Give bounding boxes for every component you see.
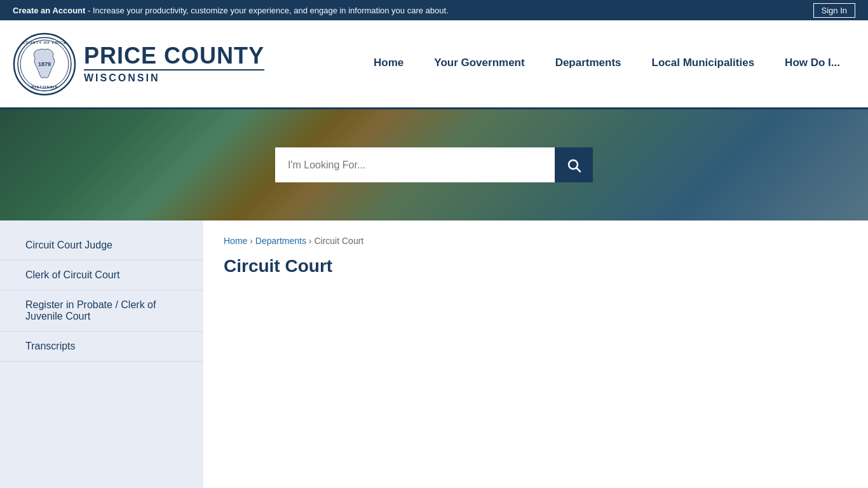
main-content: Circuit Court Judge Clerk of Circuit Cou… bbox=[0, 220, 868, 488]
breadcrumb-departments[interactable]: Departments bbox=[255, 236, 306, 246]
sidebar: Circuit Court Judge Clerk of Circuit Cou… bbox=[0, 220, 203, 488]
sidebar-item-transcripts[interactable]: Transcripts bbox=[0, 332, 203, 362]
hero-section bbox=[0, 109, 868, 220]
page-content: Home › Departments › Circuit Court Circu… bbox=[203, 220, 868, 488]
nav-home[interactable]: Home bbox=[358, 20, 419, 107]
sidebar-item-circuit-court-judge[interactable]: Circuit Court Judge bbox=[0, 231, 203, 261]
nav-your-government[interactable]: Your Government bbox=[419, 20, 539, 107]
banner-message: Create an Account - Increase your produc… bbox=[13, 6, 449, 15]
create-account-link[interactable]: Create an Account bbox=[13, 6, 85, 15]
search-input[interactable] bbox=[275, 147, 555, 182]
nav-local-municipalities[interactable]: Local Municipalities bbox=[637, 20, 770, 107]
svg-text:1879: 1879 bbox=[38, 61, 51, 67]
breadcrumb-separator-1: › bbox=[250, 236, 255, 246]
nav-how-do-i[interactable]: How Do I... bbox=[770, 20, 855, 107]
svg-text:COUNTY OF PRICE: COUNTY OF PRICE bbox=[22, 41, 67, 44]
county-name-main: PRICE COUNTY bbox=[84, 44, 264, 67]
top-banner: Create an Account - Increase your produc… bbox=[0, 0, 868, 20]
county-seal: COUNTY OF PRICE WISCONSIN 1879 bbox=[13, 32, 76, 96]
nav-departments[interactable]: Departments bbox=[540, 20, 637, 107]
search-container bbox=[275, 147, 593, 182]
breadcrumb-home[interactable]: Home bbox=[224, 236, 247, 246]
main-nav: Home Your Government Departments Local M… bbox=[358, 20, 855, 107]
svg-text:WISCONSIN: WISCONSIN bbox=[31, 85, 58, 89]
sign-in-button[interactable]: Sign In bbox=[813, 3, 855, 18]
svg-line-7 bbox=[577, 168, 581, 172]
county-name-block: PRICE COUNTY WISCONSIN bbox=[84, 44, 264, 84]
breadcrumb: Home › Departments › Circuit Court bbox=[224, 236, 848, 246]
banner-text: - Increase your productivity, customize … bbox=[85, 6, 448, 15]
page-title: Circuit Court bbox=[224, 256, 848, 276]
site-header: COUNTY OF PRICE WISCONSIN 1879 PRICE COU… bbox=[0, 20, 868, 109]
sidebar-item-clerk-of-circuit-court[interactable]: Clerk of Circuit Court bbox=[0, 261, 203, 290]
county-name-sub: WISCONSIN bbox=[84, 69, 264, 84]
search-button[interactable] bbox=[555, 147, 593, 182]
search-icon bbox=[566, 158, 581, 173]
breadcrumb-current: Circuit Court bbox=[314, 236, 363, 246]
sidebar-item-register-in-probate[interactable]: Register in Probate / Clerk of Juvenile … bbox=[0, 290, 203, 332]
logo-area: COUNTY OF PRICE WISCONSIN 1879 PRICE COU… bbox=[13, 32, 264, 96]
